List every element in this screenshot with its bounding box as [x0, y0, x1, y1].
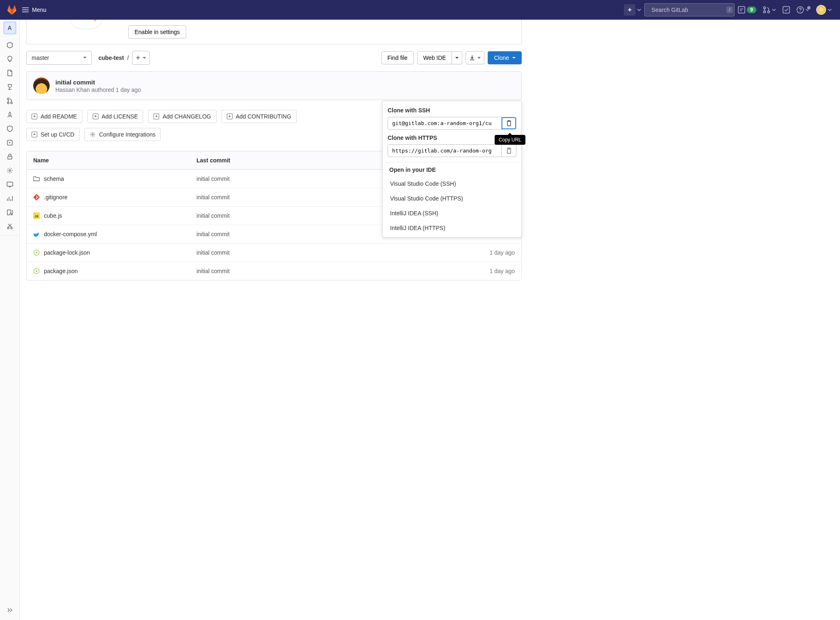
svg-point-28 [36, 252, 37, 253]
add-contributing-button[interactable]: Add CONTRIBUTING [221, 110, 297, 123]
add-license-button[interactable]: Add LICENSE [87, 110, 144, 123]
sidebar-snippets-icon[interactable] [3, 220, 16, 233]
breadcrumb-project[interactable]: cube-test [98, 55, 124, 61]
plus-icon: + [624, 4, 635, 16]
add-readme-button[interactable]: Add README [26, 110, 82, 123]
merge-requests-nav[interactable] [763, 6, 776, 14]
todo-icon [783, 6, 790, 14]
svg-point-18 [92, 134, 94, 135]
user-menu[interactable] [816, 5, 832, 15]
search-bar[interactable]: / [644, 3, 735, 16]
file-name[interactable]: .gitignore [44, 194, 68, 201]
setup-cicd-button[interactable]: Set up CI/CD [26, 128, 80, 141]
menu-toggle[interactable]: Menu [22, 7, 46, 13]
help-nav[interactable] [797, 6, 810, 14]
svg-point-3 [764, 7, 766, 9]
clone-button[interactable]: Clone [488, 51, 522, 64]
svg-rect-2 [738, 7, 745, 13]
docker-icon [33, 231, 40, 237]
latest-commit-card: initial commit Hassan Khan authored 1 da… [26, 71, 522, 100]
add-changelog-button[interactable]: Add CHANGELOG [148, 110, 216, 123]
clone-ssh-input[interactable] [388, 117, 502, 130]
file-name-cell: package.json [33, 268, 183, 274]
search-kbd-hint: / [726, 7, 733, 13]
left-sidebar: A [0, 20, 20, 297]
file-name[interactable]: cube.js [44, 212, 62, 219]
sidebar-merge-icon[interactable] [3, 94, 16, 107]
sidebar-package-icon[interactable] [3, 39, 16, 52]
new-menu[interactable]: + [624, 4, 641, 16]
branch-select[interactable]: master [26, 51, 92, 65]
file-name[interactable]: docker-compose.yml [44, 231, 97, 237]
committer-avatar[interactable] [33, 78, 50, 94]
commit-title[interactable]: initial commit [55, 79, 141, 86]
plus-box-icon [227, 114, 233, 119]
file-updated: 1 day ago [432, 262, 521, 280]
issues-nav[interactable]: 9 [738, 6, 756, 14]
svg-point-10 [7, 102, 9, 104]
actions-row: master cube-test / Find file Web IDE Clo… [26, 51, 522, 65]
breadcrumb: cube-test / [98, 55, 129, 61]
gitlab-logo-icon[interactable] [7, 5, 17, 15]
sidebar-cycle-icon[interactable] [3, 136, 16, 149]
ide-option[interactable]: Visual Studio Code (SSH) [388, 176, 516, 191]
search-input[interactable] [651, 7, 723, 13]
clone-dropdown: Clone with SSH Clone with HTTPS Open in … [382, 101, 522, 237]
chevron-down-icon [828, 8, 832, 12]
file-name-cell: schema [33, 176, 183, 182]
add-dropdown[interactable] [132, 51, 150, 65]
file-name-cell: JScube.js [33, 212, 183, 219]
sidebar-monitor-icon[interactable] [3, 178, 16, 191]
file-name[interactable]: package.json [44, 268, 78, 274]
issues-count-badge: 9 [747, 7, 756, 13]
clone-https-input[interactable] [388, 144, 502, 157]
logo-group: Menu [7, 5, 46, 15]
clipboard-icon [506, 148, 512, 154]
file-commit[interactable]: initial commit [190, 244, 432, 262]
ide-option[interactable]: IntelliJ IDEA (HTTPS) [388, 221, 516, 235]
sidebar-analytics-icon[interactable] [3, 192, 16, 205]
sidebar-rocket-icon[interactable] [3, 108, 16, 121]
file-commit[interactable]: initial commit [190, 262, 432, 280]
web-ide-options[interactable] [452, 51, 462, 64]
plus-box-icon [153, 114, 159, 119]
download-button[interactable] [466, 51, 484, 64]
ide-option[interactable]: IntelliJ IDEA (SSH) [388, 206, 516, 221]
copy-url-tooltip: Copy URL [495, 135, 525, 145]
sidebar-task-icon[interactable] [3, 80, 16, 93]
table-row[interactable]: package.json initial commit 1 day ago [27, 262, 521, 280]
auto-devops-card: Enable in settings [26, 20, 522, 44]
find-file-button[interactable]: Find file [381, 51, 414, 64]
sidebar-gear-icon[interactable] [3, 164, 16, 177]
svg-point-8 [800, 11, 801, 12]
folder-icon [33, 176, 40, 182]
clone-ssh-label: Clone with SSH [388, 107, 516, 114]
table-row[interactable]: package-lock.json initial commit 1 day a… [27, 244, 521, 262]
todos-nav[interactable] [783, 6, 790, 14]
project-badge[interactable]: A [3, 21, 16, 34]
gear-icon [90, 132, 96, 137]
git-icon [33, 194, 40, 201]
file-name[interactable]: schema [44, 176, 64, 182]
sidebar-doc-icon[interactable] [3, 66, 16, 80]
file-name[interactable]: package-lock.json [44, 249, 90, 256]
copy-ssh-button[interactable] [502, 117, 516, 130]
svg-rect-31 [508, 120, 510, 121]
svg-rect-25 [35, 233, 36, 234]
svg-point-16 [7, 227, 9, 229]
sidebar-idea-icon[interactable] [3, 52, 16, 66]
merge-request-icon [763, 6, 770, 14]
enable-settings-button[interactable]: Enable in settings [128, 25, 186, 39]
svg-rect-13 [8, 156, 12, 159]
sidebar-wiki-icon[interactable] [3, 206, 16, 219]
copy-https-button[interactable] [502, 144, 516, 157]
svg-point-14 [9, 170, 11, 171]
web-ide-button[interactable]: Web IDE [417, 51, 452, 64]
sidebar-shield-icon[interactable] [3, 122, 16, 135]
file-name-cell: .gitignore [33, 194, 183, 201]
sidebar-lock-icon[interactable] [3, 150, 16, 163]
node-icon [33, 249, 40, 256]
configure-integrations-button[interactable]: Configure Integrations [84, 128, 161, 141]
file-name-cell: package-lock.json [33, 249, 183, 256]
ide-option[interactable]: Visual Studio Code (HTTPS) [388, 191, 516, 206]
